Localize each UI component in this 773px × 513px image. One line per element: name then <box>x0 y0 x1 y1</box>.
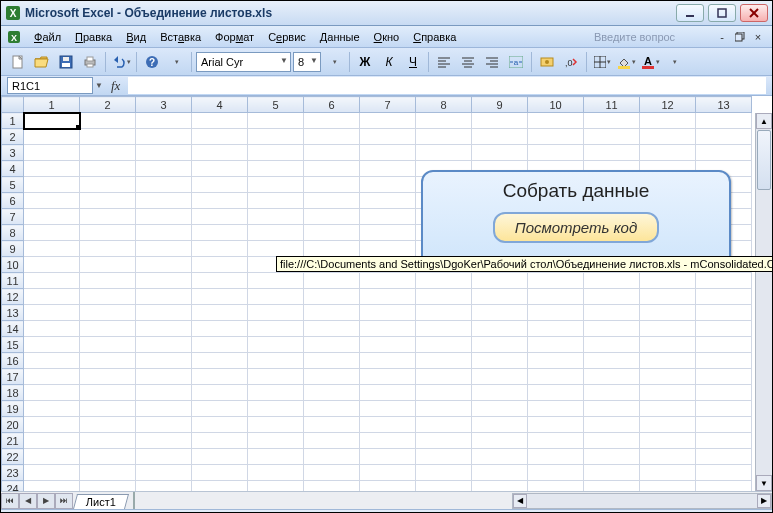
cell[interactable] <box>584 305 640 321</box>
cell[interactable] <box>640 321 696 337</box>
cell[interactable] <box>472 337 528 353</box>
cell[interactable] <box>192 481 248 492</box>
cell[interactable] <box>472 113 528 129</box>
borders-icon[interactable]: ▾ <box>591 51 613 73</box>
cell[interactable] <box>80 465 136 481</box>
row-header[interactable]: 22 <box>2 449 24 465</box>
row-header[interactable]: 23 <box>2 465 24 481</box>
cell[interactable] <box>360 177 416 193</box>
cell[interactable] <box>304 225 360 241</box>
col-header[interactable]: 2 <box>80 97 136 113</box>
cell[interactable] <box>360 273 416 289</box>
cell[interactable] <box>528 369 584 385</box>
cell[interactable] <box>136 353 192 369</box>
cell[interactable] <box>136 289 192 305</box>
row-header[interactable]: 17 <box>2 369 24 385</box>
window-close-button[interactable] <box>740 4 768 22</box>
cell[interactable] <box>80 241 136 257</box>
vertical-scrollbar[interactable]: ▲ ▼ <box>755 113 772 491</box>
cell[interactable] <box>696 145 752 161</box>
cell[interactable] <box>528 449 584 465</box>
cell[interactable] <box>248 417 304 433</box>
cell[interactable] <box>528 305 584 321</box>
row-header[interactable]: 12 <box>2 289 24 305</box>
cell[interactable] <box>24 177 80 193</box>
cell[interactable] <box>192 273 248 289</box>
cell[interactable] <box>360 417 416 433</box>
cell[interactable] <box>304 417 360 433</box>
tab-nav-next-icon[interactable]: ▶ <box>37 493 55 509</box>
cell[interactable] <box>416 417 472 433</box>
scroll-down-icon[interactable]: ▼ <box>756 475 772 491</box>
cell[interactable] <box>640 289 696 305</box>
cell[interactable] <box>584 401 640 417</box>
scroll-up-icon[interactable]: ▲ <box>756 113 772 129</box>
cell[interactable] <box>528 353 584 369</box>
row-header[interactable]: 2 <box>2 129 24 145</box>
cell[interactable] <box>304 161 360 177</box>
cell[interactable] <box>136 337 192 353</box>
help-icon[interactable]: ? <box>141 51 163 73</box>
sheet-tab-1[interactable]: Лист1 <box>73 494 129 509</box>
col-header[interactable]: 6 <box>304 97 360 113</box>
cell[interactable] <box>136 193 192 209</box>
cell[interactable] <box>192 449 248 465</box>
menu-window[interactable]: Окно <box>367 29 407 45</box>
cell[interactable] <box>136 177 192 193</box>
cell[interactable] <box>80 193 136 209</box>
cell[interactable] <box>80 417 136 433</box>
cell[interactable] <box>136 385 192 401</box>
cell[interactable] <box>248 241 304 257</box>
cell[interactable] <box>192 353 248 369</box>
row-header[interactable]: 8 <box>2 225 24 241</box>
menu-service[interactable]: Сервис <box>261 29 313 45</box>
cell[interactable] <box>528 289 584 305</box>
doc-close-button[interactable]: × <box>750 30 766 44</box>
cell[interactable] <box>136 417 192 433</box>
col-header[interactable]: 1 <box>24 97 80 113</box>
help-search-input[interactable]: Введите вопрос <box>588 29 708 45</box>
menu-format[interactable]: Формат <box>208 29 261 45</box>
row-header[interactable]: 11 <box>2 273 24 289</box>
cell[interactable] <box>24 449 80 465</box>
cell[interactable] <box>696 273 752 289</box>
underline-icon[interactable]: Ч <box>402 51 424 73</box>
cell[interactable] <box>80 161 136 177</box>
cell[interactable] <box>192 337 248 353</box>
col-header[interactable]: 13 <box>696 97 752 113</box>
cell[interactable] <box>248 113 304 129</box>
cell[interactable] <box>360 385 416 401</box>
cell[interactable] <box>304 433 360 449</box>
namebox-dropdown-icon[interactable]: ▼ <box>95 81 103 90</box>
cell[interactable] <box>136 145 192 161</box>
cell[interactable] <box>80 225 136 241</box>
cell[interactable] <box>136 321 192 337</box>
new-file-icon[interactable] <box>7 51 29 73</box>
cell[interactable] <box>304 401 360 417</box>
cell[interactable] <box>416 129 472 145</box>
col-header[interactable]: 5 <box>248 97 304 113</box>
cell[interactable] <box>416 433 472 449</box>
cell[interactable] <box>24 481 80 492</box>
cell[interactable] <box>24 209 80 225</box>
cell[interactable] <box>24 433 80 449</box>
row-header[interactable]: 10 <box>2 257 24 273</box>
col-header[interactable]: 8 <box>416 97 472 113</box>
tab-nav-first-icon[interactable]: ⏮ <box>1 493 19 509</box>
cell[interactable] <box>192 145 248 161</box>
cell[interactable] <box>80 113 136 129</box>
cell[interactable] <box>528 433 584 449</box>
cell[interactable] <box>24 465 80 481</box>
cell[interactable] <box>136 209 192 225</box>
cell[interactable] <box>248 385 304 401</box>
cell[interactable] <box>80 321 136 337</box>
cell[interactable] <box>584 465 640 481</box>
cell[interactable] <box>472 401 528 417</box>
cell[interactable] <box>24 145 80 161</box>
cell[interactable] <box>528 337 584 353</box>
cell[interactable] <box>136 305 192 321</box>
cell[interactable] <box>304 481 360 492</box>
cell[interactable] <box>528 417 584 433</box>
cell[interactable] <box>472 129 528 145</box>
col-header[interactable]: 4 <box>192 97 248 113</box>
